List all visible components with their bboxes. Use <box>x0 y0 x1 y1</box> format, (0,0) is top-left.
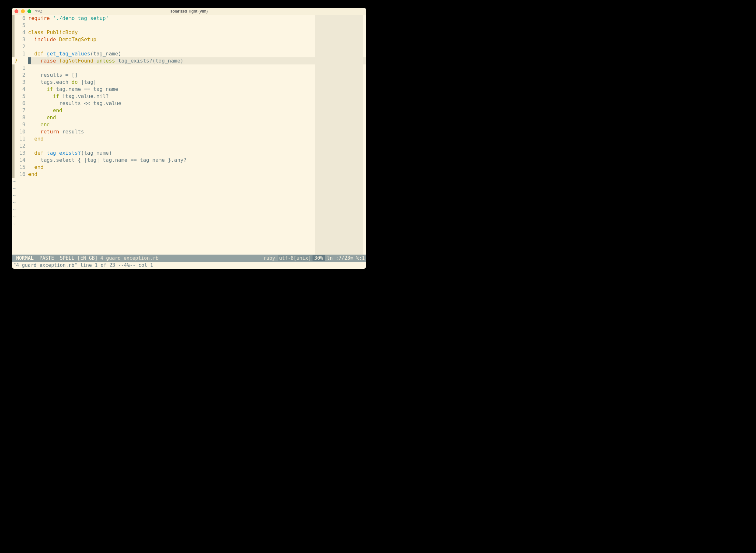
terminal-window: ⌥⌘2 solarized_light (vim) 6require './de… <box>12 8 366 269</box>
code-line[interactable]: 4 if tag.name == tag_name <box>12 86 366 93</box>
line-number: 14 <box>14 157 28 164</box>
code-content[interactable]: end <box>28 121 50 128</box>
sign-column <box>12 150 14 157</box>
command-line[interactable]: "4_guard_exception.rb" line 1 of 23 --4%… <box>12 262 366 269</box>
code-line[interactable]: 5 if !tag.value.nil? <box>12 93 366 100</box>
code-content[interactable]: results = [] <box>28 72 78 79</box>
code-line[interactable]: 7 raise TagNotFound unless tag_exists?(t… <box>12 57 366 65</box>
line-number: 10 <box>14 128 28 135</box>
tab-indicator: ⌥⌘2 <box>35 9 42 13</box>
sign-column <box>12 86 14 93</box>
code-line[interactable]: 1 def get_tag_values(tag_name) <box>12 50 366 57</box>
code-content[interactable]: end <box>28 171 38 178</box>
line-number: 13 <box>14 150 28 157</box>
line-number: 12 <box>14 143 28 150</box>
code-line[interactable]: 2 results = [] <box>12 72 366 79</box>
code-content[interactable]: require './demo_tag_setup' <box>28 15 109 22</box>
line-number: 8 <box>14 114 28 121</box>
sign-column <box>12 15 14 22</box>
code-line[interactable]: 9 end <box>12 121 366 128</box>
code-content[interactable]: raise TagNotFound unless tag_exists?(tag… <box>28 57 184 65</box>
sign-column <box>12 171 14 178</box>
line-number: 5 <box>14 93 28 100</box>
sign-column <box>12 50 14 57</box>
code-line[interactable]: 10 return results <box>12 128 366 135</box>
sign-column <box>12 22 14 29</box>
line-number: 1 <box>14 50 28 57</box>
line-number: 4 <box>14 29 28 36</box>
sign-column <box>12 114 14 121</box>
code-line[interactable]: 2 <box>12 43 366 50</box>
code-line[interactable]: 3 include DemoTagSetup <box>12 36 366 43</box>
code-line[interactable]: 13 def tag_exists?(tag_name) <box>12 150 366 157</box>
code-content[interactable]: end <box>28 164 44 171</box>
code-line[interactable]: 11 end <box>12 135 366 143</box>
code-content[interactable]: end <box>28 114 56 121</box>
line-number: 2 <box>14 43 28 50</box>
sign-column <box>12 107 14 114</box>
code-content[interactable]: def get_tag_values(tag_name) <box>28 50 121 57</box>
code-line[interactable]: 8 end <box>12 114 366 121</box>
close-icon[interactable] <box>14 9 18 13</box>
editor-area[interactable]: 6require './demo_tag_setup'54class Publi… <box>12 15 366 269</box>
line-number: 7 <box>14 107 28 114</box>
empty-line-tilde: ~ <box>12 206 366 213</box>
traffic-lights <box>14 9 31 13</box>
line-number: 3 <box>14 36 28 43</box>
line-number: 4 <box>14 86 28 93</box>
empty-line-tilde: ~ <box>12 178 366 185</box>
zoom-icon[interactable] <box>27 9 31 13</box>
code-content[interactable]: if tag.name == tag_name <box>28 86 118 93</box>
status-spell: SPELL <box>60 255 74 261</box>
line-number: 15 <box>14 164 28 171</box>
status-encoding: utf-8[unix] <box>278 255 312 261</box>
code-content[interactable]: tags.each do |tag| <box>28 79 96 86</box>
sign-column <box>12 43 14 50</box>
code-line[interactable]: 6require './demo_tag_setup' <box>12 15 366 22</box>
code-content[interactable]: def tag_exists?(tag_name) <box>28 150 112 157</box>
code-content[interactable]: class PublicBody <box>28 29 78 36</box>
code-line[interactable]: 14 tags.select { |tag| tag.name == tag_n… <box>12 157 366 164</box>
code-content[interactable]: results << tag.value <box>28 100 121 107</box>
line-number: 7 <box>14 57 28 65</box>
code-line[interactable]: 7 end <box>12 107 366 114</box>
sign-column <box>12 157 14 164</box>
line-number: 5 <box>14 22 28 29</box>
line-number: 6 <box>14 15 28 22</box>
status-filename: 4_guard_exception.rb <box>100 255 159 261</box>
sign-column <box>12 143 14 150</box>
sign-column <box>12 100 14 107</box>
code-line[interactable]: 15 end <box>12 164 366 171</box>
minimize-icon[interactable] <box>21 9 25 13</box>
code-content[interactable]: end <box>28 135 44 143</box>
sign-column <box>12 93 14 100</box>
sign-column <box>12 29 14 36</box>
code-line[interactable]: 12 <box>12 143 366 150</box>
code-line[interactable]: 5 <box>12 22 366 29</box>
code-content[interactable]: end <box>28 107 62 114</box>
sign-column <box>12 135 14 143</box>
line-number: 6 <box>14 100 28 107</box>
sign-column <box>12 65 14 72</box>
titlebar: ⌥⌘2 solarized_light (vim) <box>12 8 366 15</box>
code-content[interactable]: include DemoTagSetup <box>28 36 96 43</box>
code-line[interactable]: 6 results << tag.value <box>12 100 366 107</box>
code-content[interactable]: return results <box>28 128 84 135</box>
code-content[interactable]: if !tag.value.nil? <box>28 93 109 100</box>
statusline: NORMAL PASTE SPELL [EN_GB] 4_guard_excep… <box>12 255 366 262</box>
sign-column <box>12 128 14 135</box>
line-number: 1 <box>14 65 28 72</box>
code-line[interactable]: 3 tags.each do |tag| <box>12 79 366 86</box>
sign-column <box>12 72 14 79</box>
status-percent: 30% <box>313 255 325 261</box>
window-title: solarized_light (vim) <box>170 9 208 13</box>
code-line[interactable]: 4class PublicBody <box>12 29 366 36</box>
sign-column <box>12 121 14 128</box>
code-area[interactable]: 6require './demo_tag_setup'54class Publi… <box>12 15 366 255</box>
status-mode: NORMAL <box>13 255 37 261</box>
code-line[interactable]: 1 <box>12 65 366 72</box>
status-position: ln :7/23≡ ℅:1 <box>325 255 365 261</box>
code-line[interactable]: 16end <box>12 171 366 178</box>
code-content[interactable]: tags.select { |tag| tag.name == tag_name… <box>28 157 187 164</box>
status-lang: [EN_GB] <box>77 255 98 261</box>
